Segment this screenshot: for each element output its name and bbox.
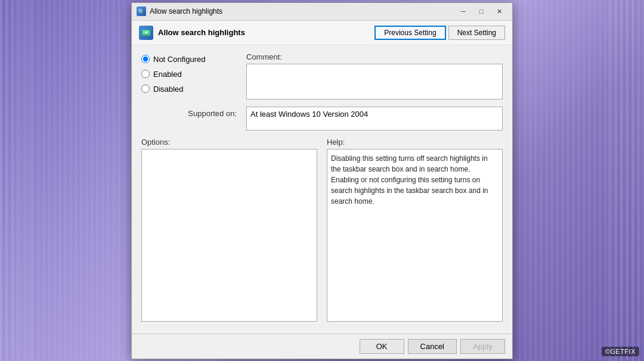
help-label: Help: [327,138,503,147]
header-title: Allow search highlights [158,28,245,37]
not-configured-radio-label[interactable]: Not Configured [141,55,237,64]
radio-group: Not Configured Enabled Disabled [141,52,237,99]
disabled-radio-label[interactable]: Disabled [141,85,237,94]
main-dialog: 🔍 Allow search highlights ─ □ ✕ Allow se… [131,2,513,359]
cancel-button[interactable]: Cancel [408,339,457,354]
dialog-body: Not Configured Enabled Disabled Comment:… [132,45,512,334]
bottom-section: Options: Help: Disabling this setting tu… [141,138,503,322]
watermark: ©GETFIX [602,347,639,356]
restore-button[interactable]: □ [473,5,490,17]
header-title-area: Allow search highlights [139,26,245,40]
minimize-button[interactable]: ─ [455,5,472,17]
ok-button[interactable]: OK [360,339,404,354]
close-button[interactable]: ✕ [491,5,507,17]
options-label: Options: [141,138,317,147]
dialog-footer: OK Cancel Apply [132,334,512,359]
title-bar-controls: ─ □ ✕ [455,5,507,17]
comment-area: Comment: [246,52,503,99]
stripe-right-decoration [519,0,644,361]
title-bar: 🔍 Allow search highlights ─ □ ✕ [132,3,512,21]
header-icon [139,26,153,40]
dialog-header: Allow search highlights Previous Setting… [132,21,512,45]
title-bar-icon: 🔍 [137,7,146,16]
next-setting-button[interactable]: Next Setting [448,26,505,40]
apply-button[interactable]: Apply [460,339,505,354]
enabled-label: Enabled [153,70,182,79]
previous-setting-button[interactable]: Previous Setting [374,26,445,40]
not-configured-label: Not Configured [153,55,205,64]
comment-textarea[interactable] [246,64,503,99]
disabled-label: Disabled [153,85,184,94]
options-box [141,149,317,322]
not-configured-radio[interactable] [141,55,150,63]
stripe-left-decoration [0,0,125,361]
header-buttons: Previous Setting Next Setting [374,26,505,40]
help-text-box: Disabling this setting turns off search … [327,149,503,322]
svg-point-2 [145,31,147,33]
help-pane: Help: Disabling this setting turns off s… [327,138,503,322]
supported-on-value: At least Windows 10 Version 2004 [246,107,503,130]
options-pane: Options: [141,138,317,322]
enabled-radio-label[interactable]: Enabled [141,70,237,79]
comment-label: Comment: [246,52,503,61]
enabled-radio[interactable] [141,70,150,78]
title-bar-text: Allow search highlights [150,7,455,15]
supported-section: Supported on: At least Windows 10 Versio… [141,107,503,130]
disabled-radio[interactable] [141,85,150,93]
supported-on-label: Supported on: [141,107,237,118]
top-section: Not Configured Enabled Disabled Comment: [141,52,503,99]
